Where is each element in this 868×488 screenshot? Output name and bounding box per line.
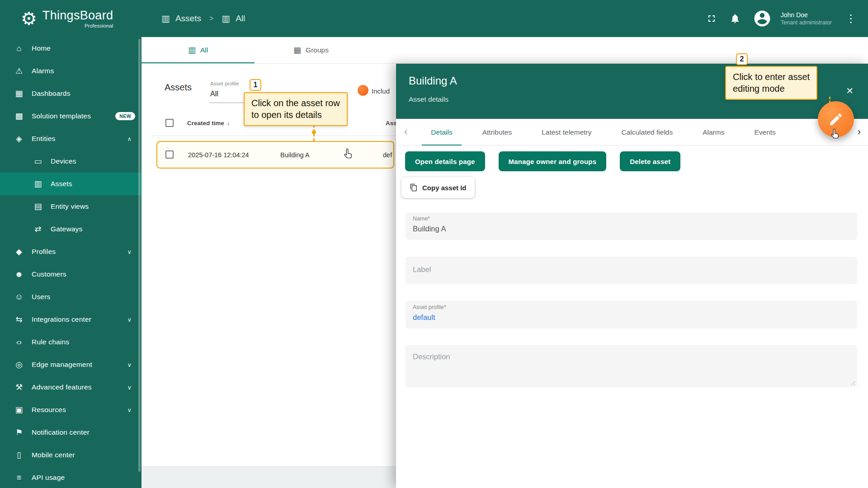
sidebar-item-notification-center[interactable]: ⚑Notification center [0,421,142,444]
assets-breadcrumb-icon: ▥ [161,13,170,24]
notification-center-icon: ⚑ [14,427,24,437]
asset-profile-filter-label: Asset profile [210,81,239,86]
users-icon: ☺ [14,292,24,302]
select-all-checkbox[interactable] [165,119,174,127]
copy-asset-id-button[interactable]: Copy asset Id [401,177,475,198]
tab-groups[interactable]: ▦ Groups [255,37,368,63]
sidebar-item-users[interactable]: ☺Users [0,286,142,308]
avatar[interactable] [753,9,772,28]
column-header-created-time[interactable]: Created time ↓ [187,120,230,127]
thingsboard-logo-icon: ⚙ [21,9,37,28]
sidebar-item-integrations-center[interactable]: ⇆Integrations center∨ [0,308,142,331]
tutorial-connector-2 [829,97,830,103]
assets-table-title: Assets [165,82,192,93]
brand: ⚙ ThingsBoard Professional [0,9,142,28]
manage-owner-groups-button[interactable]: Manage owner and groups [499,151,607,171]
sidebar-item-label: Solution templates [32,112,91,120]
profiles-icon: ◆ [14,247,24,257]
include-toggle[interactable] [358,85,368,96]
sidebar-item-customers[interactable]: ☻Customers [0,263,142,286]
sidebar-item-label: Profiles [32,248,56,256]
sidebar-item-api-usage[interactable]: ≡API usage [0,466,142,488]
sidebar-item-entities[interactable]: ◈Entities∧ [0,127,142,150]
edit-asset-fab[interactable] [818,101,854,137]
sidebar-item-label: Dashboards [32,89,71,98]
brand-name: ThingsBoard [42,9,113,23]
row-checkbox[interactable] [165,150,174,159]
label-field[interactable]: Label [406,257,857,284]
breadcrumb-assets[interactable]: Assets [175,14,201,23]
devices-icon: ▭ [33,156,43,166]
bell-icon[interactable] [729,13,741,24]
name-field-value: Building A [413,225,446,233]
more-menu-icon[interactable]: ⋮ [844,12,858,25]
breadcrumb: ▥ Assets > ▥ All [161,13,245,24]
sidebar-item-label: Advanced features [32,383,92,391]
resources-icon: ▣ [14,405,24,415]
tab-details[interactable]: Details [422,119,461,145]
sidebar-item-edge-management[interactable]: ◎Edge management∨ [0,353,142,376]
edge-management-icon: ◎ [14,360,24,370]
sidebar-item-mobile-center[interactable]: ▯Mobile center [0,444,142,466]
description-field[interactable]: Description [406,345,857,387]
tab-latest-telemetry[interactable]: Latest telemetry [533,119,600,145]
tabs-scroll-left-icon[interactable]: ‹ [401,126,410,138]
asset-profile-field[interactable]: Asset profile* default [406,301,857,328]
all-breadcrumb-icon: ▥ [222,13,230,24]
user-name: John Doe [781,11,832,19]
sidebar-item-advanced-features[interactable]: ⚒Advanced features∨ [0,376,142,399]
sidebar-item-alarms[interactable]: ⚠Alarms [0,60,142,82]
sidebar-item-gateways[interactable]: ⇄Gateways [0,218,142,240]
tab-all[interactable]: ▥ All [142,37,255,63]
sidebar-item-label: Home [32,44,51,52]
solution-templates-icon: ▩ [14,111,24,121]
entity-tabs: ▥ All ▦ Groups [142,37,868,64]
sidebar-item-label: Resources [32,406,66,414]
delete-asset-button[interactable]: Delete asset [620,151,680,171]
tab-attributes[interactable]: Attributes [473,119,521,145]
close-icon[interactable]: ✕ [846,85,854,96]
tab-events[interactable]: Events [745,119,784,145]
breadcrumb-separator: > [209,14,213,23]
sidebar-item-resources[interactable]: ▣Resources∨ [0,399,142,421]
include-toggle-label: Includ [372,87,390,95]
copy-button-label: Copy asset Id [422,184,467,192]
sidebar-item-rule-chains[interactable]: ‹›Rule chains [0,331,142,353]
sidebar-item-label: Mobile center [32,451,75,459]
sidebar-scrollbar[interactable] [138,39,141,472]
fullscreen-icon[interactable] [706,13,717,24]
open-details-page-button[interactable]: Open details page [405,151,485,171]
sidebar-item-devices[interactable]: ▭Devices [0,150,142,173]
row-name: Building A [280,151,310,159]
asset-profile-field-label: Asset profile* [413,304,446,310]
panel-action-buttons: Open details page Manage owner and group… [405,151,680,171]
entities-icon: ◈ [14,134,24,144]
tab-alarms[interactable]: Alarms [693,119,733,145]
name-field[interactable]: Name* Building A [406,212,857,240]
sidebar-item-profiles[interactable]: ◆Profiles∨ [0,240,142,263]
sidebar: ⌂Home ⚠Alarms ▦Dashboards ▩Solution temp… [0,37,142,488]
breadcrumb-all[interactable]: All [236,14,245,23]
tutorial-step-2-tooltip: Click to enter asset editing mode [725,66,817,100]
asset-details-panel: Building A Asset details ✕ ‹ Details Att… [396,64,868,488]
table-row[interactable]: 2025-07-16 12:04:24 Building A def [156,141,394,169]
tutorial-step-1-tooltip: Click on the asset row to open its detai… [244,92,348,126]
resize-handle-icon[interactable] [849,380,855,385]
sidebar-item-label: Edge management [32,361,92,369]
tab-calculated-fields[interactable]: Calculated fields [612,119,682,145]
sort-arrow-icon: ↓ [227,120,230,127]
sidebar-item-label: Entities [32,135,55,143]
sidebar-item-dashboards[interactable]: ▦Dashboards [0,82,142,105]
label-field-placeholder: Label [413,265,431,274]
chevron-down-icon: ∨ [127,361,135,368]
asset-profile-field-value[interactable]: default [413,313,435,322]
brand-subtitle: Professional [85,23,113,28]
sidebar-item-assets[interactable]: ▥Assets [0,173,142,195]
tabs-scroll-right-icon[interactable]: › [855,126,863,138]
column-header-asset-profile[interactable]: Ass [386,120,397,127]
sidebar-item-entity-views[interactable]: ▤Entity views [0,195,142,218]
groups-tab-icon: ▦ [293,45,301,55]
sidebar-item-home[interactable]: ⌂Home [0,37,142,60]
sidebar-item-solution-templates[interactable]: ▩Solution templatesNEW [0,105,142,127]
asset-profile-filter-value[interactable]: All [210,90,218,98]
